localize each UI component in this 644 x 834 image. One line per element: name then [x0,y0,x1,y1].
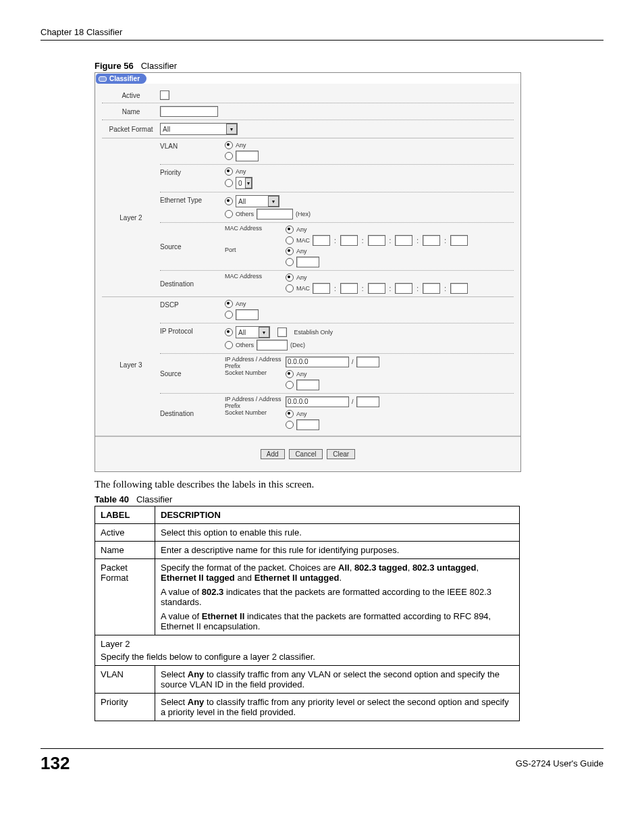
label-ip-prefix: IP Address / Address Prefix [225,356,286,369]
vlan-id-radio[interactable] [225,152,233,160]
ethtype-all-radio[interactable] [225,197,233,205]
table-row: Priority Select Any to classify traffic … [95,694,520,721]
label-socket-number: Socket Number [225,409,286,416]
table-label: Table 40 [95,494,129,504]
chevron-down-icon [259,327,269,338]
guide-name: GS-2724 User's Guide [516,758,603,768]
page-header: Chapter 18 Classifier [41,27,603,41]
src-socket-radio[interactable] [286,381,294,389]
packet-format-select[interactable]: All [160,123,238,135]
col-description: DESCRIPTION [155,506,520,524]
mac-input[interactable] [340,235,358,246]
figure-caption: Figure 56 Classifier [95,61,603,71]
table-row: VLAN Select Any to classify traffic from… [95,666,520,694]
ethtype-others-radio[interactable] [225,210,233,218]
mac-input[interactable] [423,235,440,246]
label-layer2: Layer 2 [102,138,160,296]
label-vlan: VLAN [160,138,225,154]
mac-input[interactable] [368,235,385,246]
dst-ip-input[interactable]: 0.0.0.0 [286,396,349,407]
ethtype-others-input[interactable] [257,209,293,219]
src-ip-input[interactable]: 0.0.0.0 [286,357,349,367]
mac-input[interactable] [395,235,412,246]
label-mac-address: MAC Address [225,225,286,232]
figure-label: Figure 56 [95,61,134,71]
label-socket-number: Socket Number [225,369,286,376]
label-packet-format: Packet Format [102,126,160,133]
label-l3-source: Source [160,366,225,382]
active-checkbox[interactable] [160,90,169,100]
dscp-any-radio[interactable] [225,300,233,308]
src-socket-input[interactable] [296,380,319,390]
src-port-any-radio[interactable] [286,247,294,255]
label-l2-destination: Destination [160,276,225,292]
add-button[interactable]: Add [261,449,285,459]
ethtype-select[interactable]: All [236,195,279,207]
vlan-any-radio[interactable] [225,141,233,149]
label-layer3: Layer 3 [102,297,160,433]
intro-text: The following table describes the labels… [95,479,603,490]
name-input[interactable] [160,106,218,117]
label-l3-destination: Destination [160,406,225,421]
dscp-value-radio[interactable] [225,311,233,319]
action-bar: Add Cancel Clear [95,436,520,471]
src-mac-any-radio[interactable] [286,226,294,234]
dst-socket-input[interactable] [296,419,319,430]
establish-only-checkbox[interactable] [277,328,287,337]
mac-input[interactable] [368,283,385,294]
dscp-input[interactable] [236,309,259,320]
cancel-button[interactable]: Cancel [289,449,322,459]
priority-any-radio[interactable] [225,167,233,176]
chapter-text: Chapter 18 Classifier [41,27,122,37]
label-name: Name [102,108,160,115]
label-mac-address: MAC Address [225,273,286,280]
dst-socket-radio[interactable] [286,421,294,429]
label-ip-protocol: IP Protocol [160,323,225,339]
ipproto-select[interactable]: All [236,326,270,338]
dst-mac-any-radio[interactable] [286,273,294,282]
table-row: Layer 2 Specify the fields below to conf… [95,635,520,666]
src-socket-any-radio[interactable] [286,370,294,378]
table-row: Name Enter a descriptive name for this r… [95,542,520,559]
mac-input[interactable] [450,235,468,246]
dst-socket-any-radio[interactable] [286,410,294,418]
label-ethernet-type: Ethernet Type [160,192,225,208]
mac-input[interactable] [313,235,330,246]
col-label: LABEL [95,506,155,524]
label-ip-prefix: IP Address / Address Prefix [225,396,286,409]
table-caption: Table 40 Classifier [95,494,603,504]
src-port-radio[interactable] [286,258,294,266]
vlan-id-input[interactable] [236,151,259,161]
table-row: Active Select this option to enable this… [95,524,520,542]
label-priority: Priority [160,165,225,180]
mac-input[interactable] [340,283,358,294]
label-dscp: DSCP [160,297,225,313]
label-active: Active [102,92,160,99]
label-port: Port [225,246,286,253]
chevron-down-icon [226,124,237,134]
mac-input[interactable] [450,283,468,294]
classifier-panel: Classifier Active Name Packet Format All… [95,72,521,472]
src-port-input[interactable] [296,257,319,267]
chevron-down-icon [268,196,279,207]
panel-tab[interactable]: Classifier [96,74,146,84]
ipproto-all-radio[interactable] [225,328,233,336]
mac-input[interactable] [395,283,412,294]
clear-button[interactable]: Clear [327,449,355,459]
dst-prefix-input[interactable] [356,396,379,407]
table-row: Packet Format Specify the format of the … [95,559,520,635]
ipproto-others-input[interactable] [257,340,288,350]
figure-title: Classifier [141,61,177,71]
table-title: Classifier [136,494,172,504]
priority-value-radio[interactable] [225,179,233,187]
priority-select[interactable]: 0 [236,177,252,189]
ipproto-others-radio[interactable] [225,341,233,349]
page-footer: 132 GS-2724 User's Guide [41,748,603,774]
src-mac-radio[interactable] [286,236,294,244]
src-prefix-input[interactable] [356,357,379,367]
mac-input[interactable] [313,283,330,294]
mac-input[interactable] [423,283,440,294]
dst-mac-radio[interactable] [286,284,294,292]
label-l2-source: Source [160,239,225,255]
page-number: 132 [41,753,70,774]
